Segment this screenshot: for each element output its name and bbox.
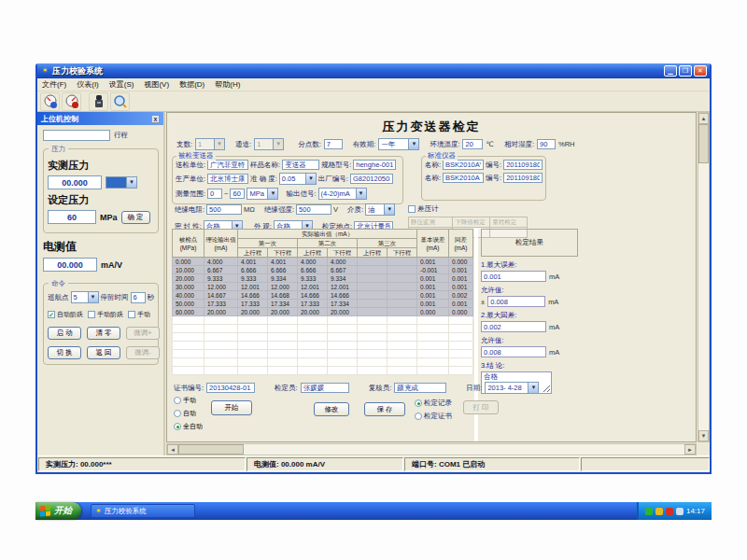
- table-cell: [449, 325, 473, 333]
- start-button-taskbar[interactable]: 开始: [35, 502, 81, 520]
- menu-help[interactable]: 帮助(H): [215, 79, 240, 90]
- maker-input[interactable]: [207, 174, 248, 184]
- table-row[interactable]: 30.00012.00012.00112.00012.00112.001 0.0…: [173, 283, 473, 291]
- manual-step-checkbox[interactable]: 手动阶跃: [88, 310, 123, 319]
- table-row[interactable]: 0.0004.0004.0014.0014.0004.000 0.0010.00…: [173, 258, 473, 266]
- reviewer-input[interactable]: [394, 383, 446, 393]
- return-button[interactable]: 返 回: [87, 346, 120, 359]
- insulation-res-input[interactable]: [206, 204, 242, 215]
- menu-view[interactable]: 视图(V): [144, 79, 169, 90]
- confirm-button[interactable]: 确 定: [121, 211, 150, 224]
- chevron-down-icon[interactable]: ▼: [408, 138, 419, 150]
- col-theory: 理论输出值(mA): [204, 230, 238, 258]
- humidity-input[interactable]: [537, 139, 556, 149]
- accuracy-label: 准 确 度:: [250, 175, 277, 184]
- minimize-button[interactable]: ▁: [664, 65, 677, 77]
- table-row[interactable]: 60.00020.00020.00020.00020.00020.000 0.0…: [173, 308, 473, 316]
- col-down: 下行程: [328, 248, 358, 258]
- switch-button[interactable]: 切 换: [48, 346, 81, 359]
- sender-input[interactable]: [207, 160, 248, 170]
- vertical-scroll-thumb[interactable]: [698, 124, 709, 163]
- table-cell: 4.000: [204, 258, 238, 266]
- scroll-down-icon[interactable]: ▼: [698, 430, 709, 441]
- vertical-scrollbar[interactable]: ▲ ▼: [698, 112, 710, 442]
- insulation-str-input[interactable]: [296, 204, 331, 215]
- chevron-down-icon[interactable]: ▼: [305, 173, 317, 185]
- tray-icon-light[interactable]: [676, 508, 684, 515]
- travel-input[interactable]: [43, 130, 110, 141]
- signal-combo[interactable]: (4-20)mA▼: [318, 188, 367, 200]
- chevron-down-icon[interactable]: ▼: [528, 382, 539, 394]
- full-auto-mode-radio[interactable]: 全自动: [174, 422, 566, 431]
- scroll-up-icon[interactable]: ▲: [698, 113, 709, 124]
- tray-icon-green[interactable]: [645, 508, 653, 515]
- chevron-down-icon[interactable]: ▼: [384, 203, 395, 216]
- env-temp-input[interactable]: [462, 139, 483, 149]
- range-unit-combo[interactable]: MPa▼: [247, 188, 278, 200]
- std-no2-input[interactable]: [503, 173, 543, 183]
- panel-close-icon[interactable]: x: [151, 115, 160, 123]
- std-name2-input[interactable]: [443, 173, 484, 183]
- record-radio[interactable]: 检定记录: [415, 399, 452, 408]
- menu-data[interactable]: 数据(D): [179, 79, 204, 90]
- electric-value[interactable]: [43, 258, 97, 272]
- table-row[interactable]: 10.0006.6676.6666.6666.6666.667 -0.0010.…: [173, 266, 473, 274]
- maximize-button[interactable]: ❐: [679, 65, 692, 77]
- tray-icon-red[interactable]: [666, 508, 673, 515]
- gauge-red-icon[interactable]: [62, 92, 81, 111]
- magnifier-icon[interactable]: [110, 92, 130, 111]
- cert-input[interactable]: [206, 383, 255, 393]
- menu-instrument[interactable]: 仪表(I): [77, 79, 99, 90]
- std-name1-input[interactable]: [443, 160, 484, 170]
- chevron-down-icon[interactable]: ▼: [267, 188, 278, 200]
- scroll-right-icon[interactable]: ►: [684, 444, 696, 455]
- range-to-input[interactable]: [230, 189, 245, 199]
- cruise-combo[interactable]: 5▼: [71, 291, 99, 303]
- gauge-blue-icon[interactable]: [40, 92, 60, 111]
- title-bar[interactable]: ✶ 压力校验系统 ▁ ❐ ✕: [37, 63, 710, 78]
- chevron-down-icon[interactable]: ▼: [356, 188, 367, 200]
- pressure-unit-combo[interactable]: ▼: [106, 176, 137, 189]
- start-button[interactable]: 启 动: [48, 327, 81, 340]
- validity-combo[interactable]: 一年▼: [378, 138, 419, 150]
- certificate-radio[interactable]: 检定证书: [415, 412, 452, 421]
- horizontal-scroll-thumb[interactable]: [178, 444, 244, 455]
- tray-icon-yellow[interactable]: [655, 508, 663, 515]
- chevron-down-icon[interactable]: ▼: [88, 291, 99, 303]
- sample-input[interactable]: [282, 160, 319, 170]
- serial-input[interactable]: [350, 174, 393, 184]
- dwell-input[interactable]: [131, 292, 146, 303]
- model-input[interactable]: [353, 160, 396, 170]
- table-cell: 0.001: [449, 300, 473, 308]
- range-from-input[interactable]: [207, 189, 222, 199]
- dp-gauge-checkbox[interactable]: 差压计: [408, 204, 548, 214]
- table-row[interactable]: 50.00017.33317.33317.33417.33317.334 0.0…: [173, 300, 473, 308]
- modify-button[interactable]: 修改: [314, 402, 349, 416]
- zero-button[interactable]: 清 零: [87, 327, 120, 340]
- points-input[interactable]: [324, 139, 343, 149]
- tray-clock[interactable]: 14:17: [686, 507, 705, 515]
- chevron-down-icon[interactable]: ▼: [126, 176, 137, 189]
- table-cell: [268, 333, 298, 342]
- save-button[interactable]: 保 存: [364, 402, 405, 416]
- table-row[interactable]: 20.0009.3339.3339.3349.3339.334 0.0010.0…: [173, 274, 473, 283]
- verifier-input[interactable]: [301, 383, 349, 393]
- auto-step-checkbox[interactable]: ✓自动阶跃: [48, 310, 83, 319]
- taskbar-task-pressure-system[interactable]: ✶ 压力校验系统: [91, 504, 195, 518]
- scroll-left-icon[interactable]: ◄: [167, 444, 178, 455]
- accuracy-combo[interactable]: 0.05▼: [279, 173, 317, 185]
- measured-pressure-value[interactable]: [48, 175, 102, 189]
- std-no1-input[interactable]: [503, 160, 543, 170]
- date-combo[interactable]: 2013- 4-28▼: [485, 382, 539, 394]
- manual-checkbox[interactable]: 手动: [128, 310, 150, 319]
- menu-file[interactable]: 文件(F): [42, 79, 66, 90]
- close-button[interactable]: ✕: [694, 65, 707, 77]
- medium-combo[interactable]: 油▼: [365, 203, 395, 216]
- horizontal-scrollbar[interactable]: ◄ ►: [166, 443, 697, 455]
- pressure-module-icon[interactable]: [89, 92, 108, 111]
- begin-button[interactable]: 开始: [211, 400, 252, 415]
- table-row[interactable]: 40.00014.66714.66614.66814.66614.666 0.0…: [173, 291, 473, 300]
- set-pressure-value[interactable]: [48, 210, 96, 224]
- panel-header[interactable]: 上位机控制 x: [37, 112, 163, 125]
- menu-settings[interactable]: 设置(S): [109, 79, 134, 90]
